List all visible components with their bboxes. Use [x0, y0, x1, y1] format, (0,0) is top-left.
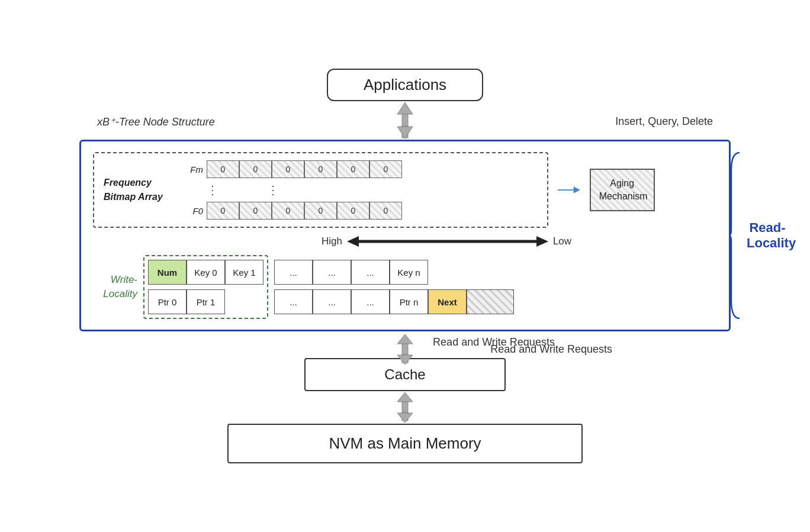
freq-label: Frequency Bitmap Array: [104, 176, 175, 204]
ptr-dots-3: ...: [351, 289, 390, 314]
svg-rect-10: [402, 344, 408, 354]
svg-marker-8: [536, 236, 548, 247]
svg-marker-3: [397, 127, 413, 138]
key-row-partial: Num Key 0 Key 1: [148, 260, 263, 285]
write-locality-label: Write-Locality: [93, 273, 137, 301]
high-label: High: [322, 236, 342, 247]
ptr-0-cell: Ptr 0: [148, 289, 187, 314]
svg-marker-9: [397, 334, 413, 344]
xb-tree-label: xB⁺-Tree Node Structure: [97, 115, 215, 128]
read-locality-label: Read- Locality: [747, 220, 788, 252]
svg-marker-12: [397, 355, 413, 365]
ptr-row-partial: Ptr 0 Ptr 1: [148, 289, 263, 314]
f0-label: F0: [187, 206, 203, 216]
key-1-cell: Key 1: [225, 260, 263, 285]
middle-arrow-section: Read and Write Requests: [79, 331, 731, 367]
f0-cells: 0 0 0 0 0 0: [207, 202, 402, 220]
fm-cell-5: 0: [337, 160, 369, 178]
write-locality-dashed-box: Num Key 0 Key 1 Ptr 0 Ptr 1: [143, 255, 268, 319]
fm-cell-2: 0: [239, 160, 272, 178]
f0-cell-3: 0: [272, 202, 304, 220]
ptr-1-cell: Ptr 1: [187, 289, 225, 314]
top-section: Applications xB⁺-Tree Node Structure: [79, 69, 731, 140]
svg-marker-13: [397, 392, 413, 402]
svg-marker-0: [397, 102, 413, 114]
freq-f0-row: F0 0 0 0 0 0 0: [187, 202, 538, 220]
high-low-arrow-icon: [347, 235, 548, 248]
top-double-arrow-icon: [390, 101, 420, 140]
fm-cell-3: 0: [272, 160, 304, 178]
applications-box: Applications: [327, 69, 483, 101]
freq-rows: Fm 0 0 0 0 0 0 ⋮ ⋮: [187, 160, 538, 220]
ptr-hatched-cell: [467, 289, 514, 314]
top-arrow-section: xB⁺-Tree Node Structure Insert, Query, D…: [79, 101, 731, 140]
key-dots-1: ...: [274, 260, 313, 285]
read-write-requests-label: Read and Write Requests: [490, 343, 612, 356]
read-locality-container: Read- Locality: [728, 147, 788, 324]
node-rows-remaining: ... ... ... Key n ... ... ... Ptr n Next: [274, 260, 514, 314]
freq-fm-row: Fm 0 0 0 0 0 0: [187, 160, 538, 178]
freq-bitmap-section: Frequency Bitmap Array Fm 0 0 0 0 0 0: [93, 152, 655, 228]
ptr-n-cell: Ptr n: [390, 289, 428, 314]
svg-marker-16: [397, 413, 413, 423]
key-num-cell: Num: [148, 260, 187, 285]
svg-rect-1: [402, 114, 408, 126]
key-0-cell: Key 0: [187, 260, 225, 285]
f0-cell-4: 0: [304, 202, 337, 220]
bottom-double-arrow-icon: [390, 391, 420, 424]
main-block: Read- Locality Frequency Bitmap Array Fm…: [79, 140, 731, 331]
svg-rect-14: [402, 402, 408, 412]
middle-double-arrow-icon: [390, 333, 420, 366]
ptr-dots-1: ...: [274, 289, 313, 314]
next-cell: Next: [428, 289, 467, 314]
freq-to-aging-arrow-icon: [558, 184, 580, 196]
insert-query-delete-label: Insert, Query, Delete: [615, 115, 713, 128]
applications-label: Applications: [364, 76, 446, 93]
key-dots-2: ...: [313, 260, 351, 285]
fm-label: Fm: [187, 165, 203, 175]
freq-vertical-dots: ⋮ ⋮: [187, 183, 538, 197]
freq-dashed-box: Frequency Bitmap Array Fm 0 0 0 0 0 0: [93, 152, 548, 228]
node-section: Write-Locality Num Key 0 Key 1 Ptr 0 Ptr…: [93, 255, 717, 319]
fm-cells: 0 0 0 0 0 0: [207, 160, 402, 178]
ptr-row-remaining: ... ... ... Ptr n Next: [274, 289, 514, 314]
f0-cell-6: 0: [369, 202, 402, 220]
fm-cell-4: 0: [304, 160, 337, 178]
nvm-box: NVM as Main Memory: [227, 424, 583, 463]
fm-cell-1: 0: [207, 160, 239, 178]
main-diagram: Applications xB⁺-Tree Node Structure: [79, 69, 731, 463]
svg-marker-6: [347, 236, 359, 247]
key-row-remaining: ... ... ... Key n: [274, 260, 514, 285]
f0-cell-5: 0: [337, 202, 369, 220]
key-n-cell: Key n: [390, 260, 428, 285]
svg-marker-5: [573, 186, 580, 193]
ptr-dots-2: ...: [313, 289, 351, 314]
aging-mechanism-box: AgingMechanism: [590, 169, 655, 212]
read-locality-brace-icon: [728, 147, 744, 324]
key-dots-3: ...: [351, 260, 390, 285]
f0-cell-2: 0: [239, 202, 272, 220]
low-label: Low: [553, 236, 571, 247]
bottom-arrow-section: [390, 391, 420, 424]
f0-cell-1: 0: [207, 202, 239, 220]
high-low-row: High Low: [93, 235, 717, 248]
fm-cell-6: 0: [369, 160, 402, 178]
